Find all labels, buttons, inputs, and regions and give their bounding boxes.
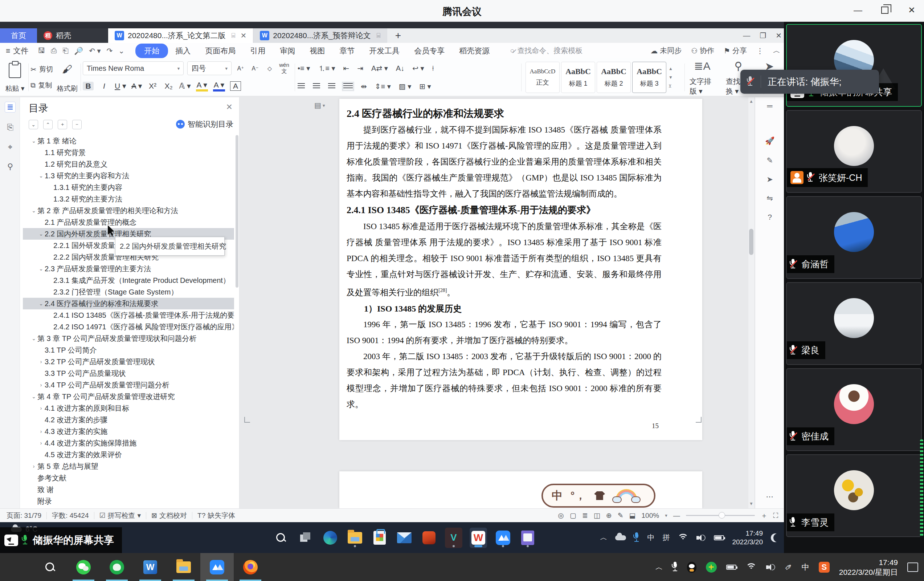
task-pane-icon[interactable]: ⎘ — [5, 122, 16, 133]
tab-docer[interactable]: 稻 稻壳 — [37, 28, 108, 43]
toc-item[interactable]: 附录 — [23, 495, 234, 507]
chevron-icon[interactable]: › — [37, 359, 45, 364]
style-正文[interactable]: AaBbCcD正文 — [526, 62, 559, 93]
chevron-icon[interactable]: › — [37, 429, 45, 434]
underline-button[interactable]: U ▾ — [115, 82, 126, 90]
toc-item[interactable]: 参考文献 — [23, 472, 234, 484]
participant-tile[interactable]: 储振华的屏幕共享 — [786, 24, 922, 107]
menu-right-未同步[interactable]: ☁未同步 — [650, 46, 681, 56]
chevron-icon[interactable]: › — [37, 405, 45, 411]
more-dots-icon[interactable]: ⋯ — [764, 491, 776, 503]
participant-tile[interactable]: 密佳成 — [786, 368, 922, 451]
shading-icon[interactable]: ▨ ▾ — [399, 82, 412, 91]
scroll-up-icon[interactable]: ▲ — [749, 99, 753, 104]
taskbar-app-wps[interactable]: W — [470, 528, 487, 548]
undo-icon[interactable]: ↶ ▾ — [89, 46, 101, 55]
expand-all-icon[interactable]: ⌄ — [29, 120, 38, 129]
edit-mode-icon[interactable]: ✎ — [618, 511, 624, 520]
menu-tab-开发工具[interactable]: 开发工具 — [362, 43, 407, 58]
style-标题 3[interactable]: AaBbC标题 3 — [632, 62, 666, 93]
distribute-icon[interactable]: ⇹ — [361, 82, 367, 91]
menu-tab-会员专享[interactable]: 会员专享 — [407, 43, 452, 58]
toc-panel-icon[interactable]: ≣ — [5, 102, 16, 113]
sort-icon[interactable]: A↓ — [396, 64, 404, 73]
scroll-down-icon[interactable]: ▼ — [749, 501, 753, 506]
chevron-icon[interactable]: ⌄ — [30, 336, 37, 341]
toc-item[interactable]: ⌄2.4 医疗器械行业的标准和法规要求 — [23, 298, 234, 310]
collapse-ribbon-icon[interactable]: ︿ — [773, 46, 780, 56]
zoom-out-toc-icon[interactable]: － — [72, 120, 82, 129]
ime-skin-icon[interactable] — [594, 491, 605, 500]
tray-mic-icon[interactable] — [634, 532, 639, 543]
export-icon[interactable]: ⎙ — [51, 46, 57, 55]
text-layout-button[interactable]: ≣A 文字排版 ▾ — [690, 58, 715, 96]
ime-lang-indicator[interactable]: 中 — [647, 533, 654, 543]
ime-toolbar[interactable]: 中 °， — [541, 484, 655, 508]
system-clock[interactable]: 17:49 2022/3/20/星期日 — [839, 558, 898, 577]
bookmark-icon[interactable]: ⌖ — [5, 142, 16, 152]
tab-ruler-icon[interactable]: ⍿ — [432, 64, 434, 73]
decrease-indent-icon[interactable]: ⇤ — [343, 64, 350, 73]
battery-icon[interactable] — [714, 535, 724, 540]
participant-tile[interactable]: 张笑妍-CH — [786, 110, 922, 193]
more-options-icon[interactable]: ⋮ — [756, 46, 764, 55]
line-spacing-icon[interactable]: ⇕≡ ▾ — [375, 82, 391, 91]
chevron-icon[interactable]: › — [30, 463, 37, 469]
toc-scrollbar[interactable] — [236, 135, 238, 288]
menu-tab-章节[interactable]: 章节 — [332, 43, 362, 58]
save-icon[interactable]: 🖫 — [38, 46, 45, 55]
rail-scrollbar[interactable] — [920, 439, 923, 538]
taskbar-app-explorer[interactable] — [167, 553, 200, 581]
clear-format-icon[interactable]: ◇ — [264, 65, 275, 72]
toc-item[interactable]: 2.4.2 ISO 14971《医疗器械 风险管理对医疗器械的应用》 — [23, 321, 234, 333]
chevron-icon[interactable]: ⌄ — [30, 394, 37, 399]
night-light-icon[interactable] — [771, 533, 780, 542]
phonetic-guide-icon[interactable]: wén文 — [279, 62, 290, 75]
taskbar-app-task-view[interactable] — [297, 528, 314, 548]
qat-more-icon[interactable]: ⌄ — [118, 46, 124, 55]
style-标题 1[interactable]: AaBbC标题 1 — [561, 62, 595, 93]
page-setup-icon[interactable]: ▤ ▾ — [314, 99, 330, 111]
menu-tab-开始[interactable]: 开始 — [135, 43, 168, 58]
ruler-toggle-icon[interactable]: ═ — [764, 100, 776, 112]
zoom-slider-knob[interactable] — [719, 512, 725, 518]
fullscreen-icon[interactable]: ⛶ — [773, 511, 778, 520]
zoom-slider[interactable] — [686, 515, 755, 516]
toc-close-icon[interactable]: ✕ — [226, 103, 233, 112]
toc-item[interactable]: 2.3.1 集成产品开发（Integrate Product Developme… — [23, 275, 234, 286]
taskbar-app-store[interactable] — [371, 528, 388, 548]
toc-item[interactable]: 1.3.2 研究的主要方法 — [23, 193, 234, 205]
number-list-icon[interactable]: ⒈≡ ▾ — [318, 63, 335, 73]
taskbar-app-win11-start[interactable] — [248, 528, 265, 548]
pointer-tool-icon[interactable]: ➤ — [764, 174, 776, 185]
present-icon[interactable]: ⌸ — [231, 32, 236, 40]
highlight-color-button[interactable]: A ▾ — [196, 81, 208, 91]
qq-icon[interactable] — [687, 562, 696, 573]
taskbar-app-office[interactable] — [420, 528, 438, 548]
toc-item[interactable]: ›4.3 改进方案的实施 — [23, 425, 234, 437]
battery-icon[interactable] — [726, 564, 736, 570]
taskbar-app-reader[interactable] — [519, 528, 536, 548]
tab-home[interactable]: 首页 — [0, 28, 37, 43]
chevron-icon[interactable]: ⌄ — [37, 266, 45, 271]
menu-tab-稻壳资源[interactable]: 稻壳资源 — [452, 43, 497, 58]
superscript-button[interactable]: X² — [147, 82, 158, 90]
strikethrough-button[interactable]: A ▾ — [131, 82, 142, 90]
toc-item[interactable]: 1.1 研究背景 — [23, 147, 234, 158]
web-view-icon[interactable]: ⊕ — [606, 511, 612, 520]
tray-mic-icon[interactable] — [673, 562, 678, 573]
file-menu[interactable]: ≡ 文件 — [6, 46, 28, 56]
toc-item[interactable]: ›第 5 章 总结与展望 — [23, 460, 234, 472]
align-right-icon[interactable] — [328, 83, 335, 90]
smart-toc-button[interactable]: 智能识别目录 — [176, 119, 233, 129]
toc-item[interactable]: ⌄1.3 研究的主要内容和方法 — [23, 170, 234, 182]
tab-close-icon[interactable]: ✕ — [240, 31, 246, 40]
wps-close-icon[interactable]: ✕ — [776, 31, 782, 40]
pen-tool-icon[interactable]: ✑ — [782, 561, 794, 573]
asian-layout-icon[interactable]: A⇄ ▾ — [371, 64, 388, 73]
ime-punctuation-icon[interactable]: °， — [571, 489, 586, 503]
ime-mode-zh[interactable]: 中 — [552, 488, 563, 503]
eye-protect-icon[interactable]: ◎ — [558, 511, 564, 520]
text-effects-icon[interactable]: 𝔸 ▾ — [179, 82, 191, 90]
toc-item[interactable]: ⌄2.3 产品研发质量管理的主要方法 — [23, 263, 234, 275]
